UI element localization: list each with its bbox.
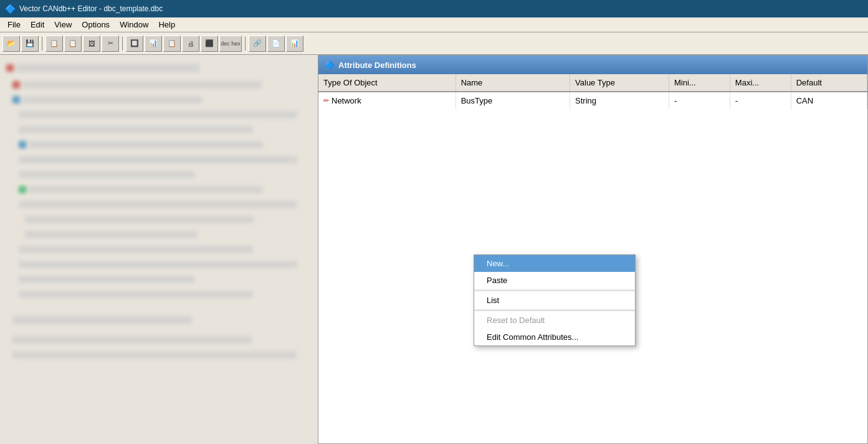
toolbar-dechex[interactable]: dec hex [219, 36, 242, 52]
table-header-row: Type Of Object Name Value Type Mini... M… [318, 74, 867, 92]
col-value-type: Value Type [570, 74, 669, 92]
toolbar: 📂 💾 📋 📋 🖼 ✂ 🔲 📊 📋 🖨 ⬛ dec hex 🔗 📄 📊 [0, 32, 868, 55]
menu-file[interactable]: File [2, 19, 26, 31]
cell-default: CAN [791, 92, 867, 109]
col-type-of-object: Type Of Object [318, 74, 455, 92]
toolbar-cut[interactable]: ✂ [102, 36, 119, 52]
toolbar-copy[interactable]: 📋 [45, 36, 63, 52]
menu-bar: File Edit View Options Window Help [0, 17, 868, 32]
toolbar-doc[interactable]: 📄 [267, 36, 285, 52]
row-type-of-object: Network [331, 96, 361, 105]
attr-panel-title: Attribute Definitions [338, 60, 416, 70]
cell-name: BusType [455, 92, 570, 109]
context-menu-paste[interactable]: Paste [474, 272, 635, 289]
attr-definitions-table: Type Of Object Name Value Type Mini... M… [318, 74, 867, 109]
col-name: Name [455, 74, 570, 92]
context-menu-edit-common[interactable]: Edit Common Attributes... [474, 329, 635, 345]
context-menu-sep-1 [474, 290, 635, 291]
attr-panel-icon: 🔷 [325, 60, 335, 70]
toolbar-msg[interactable]: 🔲 [126, 36, 143, 52]
toolbar-tbl[interactable]: 📋 [163, 36, 181, 52]
toolbar-sep-2 [122, 37, 123, 51]
toolbar-image[interactable]: 🖼 [83, 36, 100, 52]
toolbar-chart[interactable]: 📊 [145, 36, 162, 52]
left-panel [0, 55, 318, 444]
context-menu-sep-2 [474, 310, 635, 311]
pencil-icon: ✏ [323, 97, 329, 105]
context-menu-list[interactable]: List [474, 292, 635, 309]
toolbar-save[interactable]: 💾 [21, 36, 39, 52]
menu-window[interactable]: Window [115, 19, 153, 31]
toolbar-print[interactable]: 🖨 [182, 36, 199, 52]
cell-maxi: - [730, 92, 791, 109]
toolbar-open[interactable]: 📂 [2, 36, 20, 52]
col-default: Default [791, 74, 867, 92]
attr-panel-title-bar: 🔷 Attribute Definitions [318, 56, 867, 74]
col-maxi: Maxi... [730, 74, 791, 92]
attr-definitions-panel: 🔷 Attribute Definitions Type Of Object N… [318, 55, 868, 444]
table-row[interactable]: ✏ Network BusType String - - CAN [318, 92, 867, 109]
context-menu-new[interactable]: New... [474, 255, 635, 272]
menu-view[interactable]: View [49, 19, 77, 31]
main-area: 🔷 Attribute Definitions Type Of Object N… [0, 55, 868, 444]
context-menu-reset[interactable]: Reset to Default [474, 312, 635, 329]
menu-options[interactable]: Options [77, 19, 115, 31]
toolbar-sep-3 [245, 37, 246, 51]
toolbar-rect[interactable]: ⬛ [201, 36, 218, 52]
toolbar-paste[interactable]: 📋 [64, 36, 82, 52]
toolbar-chart2[interactable]: 📊 [286, 36, 303, 52]
menu-edit[interactable]: Edit [26, 19, 49, 31]
cell-mini: - [669, 92, 730, 109]
cell-type-of-object: ✏ Network [318, 92, 455, 109]
app-title: Vector CANdb++ Editor - dbc_template.dbc [19, 4, 163, 13]
context-menu: New... Paste List Reset to Default Edit … [474, 254, 636, 346]
app-icon: 🔷 [5, 4, 16, 14]
title-bar: 🔷 Vector CANdb++ Editor - dbc_template.d… [0, 0, 868, 17]
toolbar-sep-1 [42, 37, 42, 51]
col-mini: Mini... [669, 74, 730, 92]
cell-value-type: String [570, 92, 669, 109]
toolbar-link[interactable]: 🔗 [249, 36, 266, 52]
menu-help[interactable]: Help [153, 19, 180, 31]
